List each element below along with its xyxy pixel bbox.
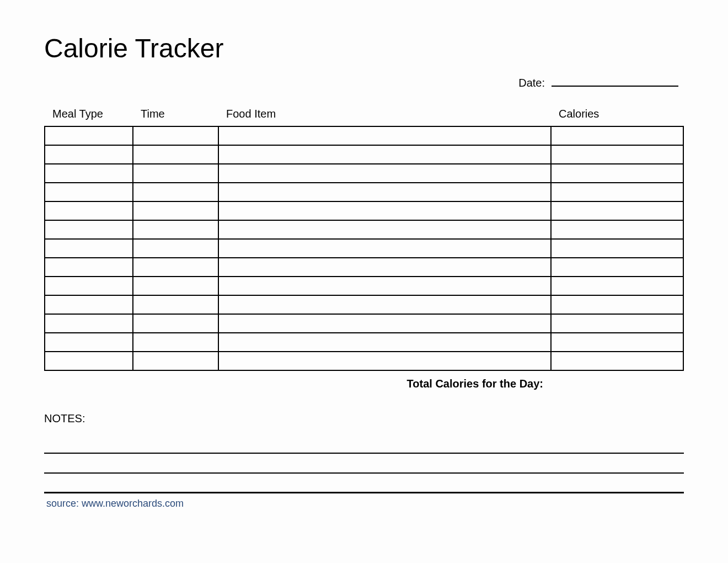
cell-time[interactable] bbox=[133, 201, 218, 220]
page-title: Calorie Tracker bbox=[44, 33, 684, 63]
note-line[interactable] bbox=[44, 436, 684, 454]
cell-calories[interactable] bbox=[551, 164, 683, 183]
table-row bbox=[45, 314, 683, 333]
cell-food_item[interactable] bbox=[218, 258, 551, 277]
table-row bbox=[45, 352, 683, 370]
cell-calories[interactable] bbox=[551, 126, 683, 145]
date-label: Date: bbox=[518, 77, 545, 89]
cell-meal_type[interactable] bbox=[45, 333, 133, 352]
cell-food_item[interactable] bbox=[218, 201, 551, 220]
header-meal-type: Meal Type bbox=[45, 103, 133, 126]
total-label: Total Calories for the Day: bbox=[407, 378, 543, 390]
cell-meal_type[interactable] bbox=[45, 258, 133, 277]
table-row bbox=[45, 164, 683, 183]
cell-calories[interactable] bbox=[551, 220, 683, 239]
cell-meal_type[interactable] bbox=[45, 277, 133, 295]
calorie-table: Meal Type Time Food Item Calories bbox=[44, 103, 684, 371]
table-row bbox=[45, 126, 683, 145]
cell-food_item[interactable] bbox=[218, 277, 551, 295]
table-row bbox=[45, 145, 683, 164]
cell-meal_type[interactable] bbox=[45, 183, 133, 201]
table-row bbox=[45, 258, 683, 277]
table-row bbox=[45, 183, 683, 201]
cell-food_item[interactable] bbox=[218, 183, 551, 201]
cell-time[interactable] bbox=[133, 145, 218, 164]
cell-food_item[interactable] bbox=[218, 239, 551, 258]
source-label: source: www.neworchards.com bbox=[44, 498, 684, 509]
cell-time[interactable] bbox=[133, 239, 218, 258]
cell-calories[interactable] bbox=[551, 183, 683, 201]
cell-time[interactable] bbox=[133, 220, 218, 239]
cell-calories[interactable] bbox=[551, 145, 683, 164]
table-header-row: Meal Type Time Food Item Calories bbox=[45, 103, 683, 126]
table-row bbox=[45, 220, 683, 239]
cell-time[interactable] bbox=[133, 277, 218, 295]
cell-calories[interactable] bbox=[551, 201, 683, 220]
cell-calories[interactable] bbox=[551, 352, 683, 370]
cell-food_item[interactable] bbox=[218, 164, 551, 183]
cell-food_item[interactable] bbox=[218, 220, 551, 239]
table-row bbox=[45, 333, 683, 352]
cell-time[interactable] bbox=[133, 258, 218, 277]
cell-food_item[interactable] bbox=[218, 295, 551, 314]
cell-time[interactable] bbox=[133, 295, 218, 314]
total-row: Total Calories for the Day: bbox=[44, 378, 684, 390]
header-calories: Calories bbox=[551, 103, 683, 126]
cell-food_item[interactable] bbox=[218, 352, 551, 370]
cell-meal_type[interactable] bbox=[45, 126, 133, 145]
cell-time[interactable] bbox=[133, 126, 218, 145]
cell-time[interactable] bbox=[133, 314, 218, 333]
header-time: Time bbox=[133, 103, 218, 126]
cell-calories[interactable] bbox=[551, 295, 683, 314]
cell-calories[interactable] bbox=[551, 314, 683, 333]
cell-food_item[interactable] bbox=[218, 126, 551, 145]
date-input[interactable] bbox=[552, 75, 678, 87]
cell-meal_type[interactable] bbox=[45, 220, 133, 239]
cell-time[interactable] bbox=[133, 333, 218, 352]
cell-food_item[interactable] bbox=[218, 145, 551, 164]
cell-meal_type[interactable] bbox=[45, 239, 133, 258]
cell-meal_type[interactable] bbox=[45, 164, 133, 183]
table-row bbox=[45, 201, 683, 220]
table-row bbox=[45, 239, 683, 258]
note-line[interactable] bbox=[44, 456, 684, 474]
cell-calories[interactable] bbox=[551, 277, 683, 295]
cell-food_item[interactable] bbox=[218, 333, 551, 352]
cell-time[interactable] bbox=[133, 183, 218, 201]
cell-calories[interactable] bbox=[551, 239, 683, 258]
table-row bbox=[45, 295, 683, 314]
cell-calories[interactable] bbox=[551, 333, 683, 352]
notes-label: NOTES: bbox=[44, 412, 684, 425]
date-row: Date: bbox=[44, 75, 684, 89]
cell-meal_type[interactable] bbox=[45, 314, 133, 333]
cell-time[interactable] bbox=[133, 164, 218, 183]
cell-meal_type[interactable] bbox=[45, 295, 133, 314]
cell-time[interactable] bbox=[133, 352, 218, 370]
note-line[interactable] bbox=[44, 476, 684, 493]
cell-food_item[interactable] bbox=[218, 314, 551, 333]
cell-meal_type[interactable] bbox=[45, 201, 133, 220]
table-row bbox=[45, 277, 683, 295]
header-food-item: Food Item bbox=[218, 103, 551, 126]
cell-calories[interactable] bbox=[551, 258, 683, 277]
cell-meal_type[interactable] bbox=[45, 352, 133, 370]
cell-meal_type[interactable] bbox=[45, 145, 133, 164]
